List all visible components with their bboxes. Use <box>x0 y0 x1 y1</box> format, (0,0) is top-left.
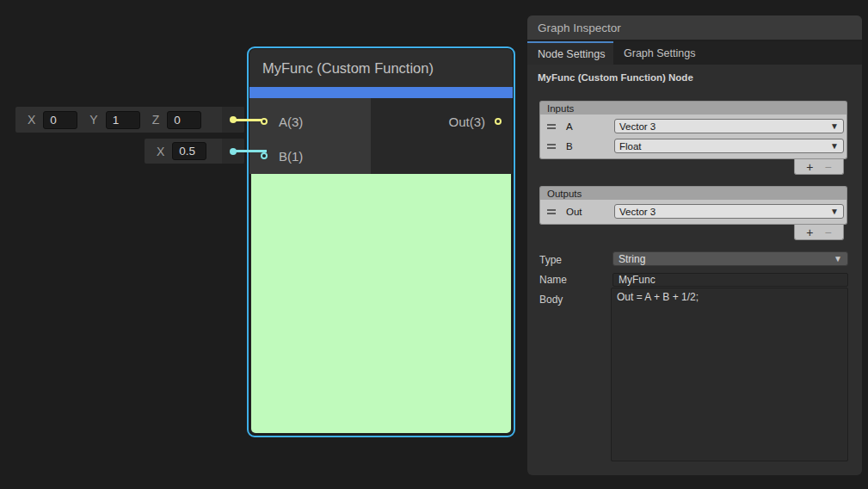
panel-title: Graph Inspector <box>527 15 862 41</box>
inputs-list-header: Inputs <box>539 101 847 115</box>
dropdown-arrow-icon: ▼ <box>830 207 839 216</box>
dropdown-arrow-icon: ▼ <box>830 121 839 131</box>
tab-graph-settings[interactable]: Graph Settings <box>613 41 705 65</box>
graph-canvas[interactable]: X Y Z X MyFunc (Custom Function) A <box>0 0 868 489</box>
row-type-dropdown[interactable]: Vector 3 ▼ <box>614 204 844 219</box>
remove-input-button[interactable]: − <box>825 161 832 173</box>
type-value: String <box>619 253 645 265</box>
inputs-list-rows: A Vector 3 ▼ B Float ▼ <box>539 115 847 159</box>
inspector-tabs: Node Settings Graph Settings <box>527 41 862 65</box>
vector-y-label: Y <box>89 113 97 127</box>
outputs-list-header: Outputs <box>539 186 847 200</box>
port-out-icon[interactable] <box>495 118 502 125</box>
inspector-heading: MyFunc (Custom Function) Node <box>538 72 862 83</box>
row-name-label: A <box>566 121 573 132</box>
vector-x-label: X <box>28 113 35 127</box>
type-dropdown[interactable]: String ▼ <box>613 251 848 266</box>
vector-z-field[interactable] <box>167 111 201 129</box>
node-ports: A(3) B(1) Out(3) <box>249 98 513 174</box>
body-textarea[interactable]: Out = A + B + 1/2; <box>611 288 848 461</box>
row-name-label: B <box>566 141 573 152</box>
outputs-list-footer: + − <box>794 225 844 240</box>
node-title: MyFunc (Custom Function) <box>249 49 513 87</box>
row-name-label: Out <box>566 207 582 217</box>
port-a-icon[interactable] <box>261 118 268 125</box>
port-b-icon[interactable] <box>261 152 268 159</box>
input-port-b[interactable]: B(1) <box>249 144 371 168</box>
port-out-label: Out(3) <box>448 115 485 129</box>
name-input[interactable] <box>613 273 848 287</box>
float-x-label: X <box>157 145 164 158</box>
vector3-input-widget: X Y Z <box>15 107 244 133</box>
vector-x-field[interactable] <box>43 111 77 129</box>
output-port-out[interactable]: Out(3) <box>371 109 513 133</box>
inputs-list-footer: + − <box>794 159 844 175</box>
node-output-ports: Out(3) <box>371 98 513 174</box>
list-row-b[interactable]: B Float ▼ <box>542 136 845 156</box>
row-type-value: Vector 3 <box>619 121 656 132</box>
custom-function-node[interactable]: MyFunc (Custom Function) A(3) B(1) Out(3… <box>247 46 515 437</box>
remove-output-button[interactable]: − <box>825 226 832 238</box>
vector-z-label: Z <box>152 113 160 127</box>
vector-y-field[interactable] <box>106 111 140 129</box>
name-label: Name <box>539 274 567 286</box>
drag-handle-icon[interactable] <box>547 124 556 129</box>
node-accent-bar <box>249 87 513 98</box>
list-row-a[interactable]: A Vector 3 ▼ <box>542 116 845 136</box>
node-preview <box>251 174 511 433</box>
add-output-button[interactable]: + <box>806 226 813 238</box>
body-label: Body <box>539 294 563 306</box>
float-x-field[interactable] <box>172 142 206 160</box>
row-type-dropdown[interactable]: Float ▼ <box>614 139 844 153</box>
list-row-out[interactable]: Out Vector 3 ▼ <box>542 201 845 221</box>
input-port-a[interactable]: A(3) <box>249 109 371 133</box>
outputs-list: Outputs Out Vector 3 ▼ + − <box>539 186 847 240</box>
port-b-label: B(1) <box>279 149 303 164</box>
drag-handle-icon[interactable] <box>547 209 556 214</box>
row-type-dropdown[interactable]: Vector 3 ▼ <box>614 119 844 133</box>
dropdown-arrow-icon: ▼ <box>830 141 839 151</box>
node-input-ports: A(3) B(1) <box>249 98 371 174</box>
port-a-label: A(3) <box>279 115 303 129</box>
inputs-list: Inputs A Vector 3 ▼ B Float ▼ <box>539 101 847 175</box>
float-input-widget: X <box>145 139 244 164</box>
row-type-value: Vector 3 <box>619 207 656 217</box>
edge-b-wire[interactable] <box>232 150 267 152</box>
row-type-value: Float <box>619 141 642 152</box>
tab-node-settings[interactable]: Node Settings <box>527 41 613 65</box>
type-label: Type <box>539 254 562 266</box>
node-body: MyFunc (Custom Function) A(3) B(1) Out(3… <box>249 49 513 435</box>
dropdown-arrow-icon: ▼ <box>834 254 842 263</box>
add-input-button[interactable]: + <box>806 161 813 173</box>
drag-handle-icon[interactable] <box>547 144 556 149</box>
graph-inspector-panel: Graph Inspector Node Settings Graph Sett… <box>527 15 862 475</box>
outputs-list-rows: Out Vector 3 ▼ <box>539 200 847 225</box>
